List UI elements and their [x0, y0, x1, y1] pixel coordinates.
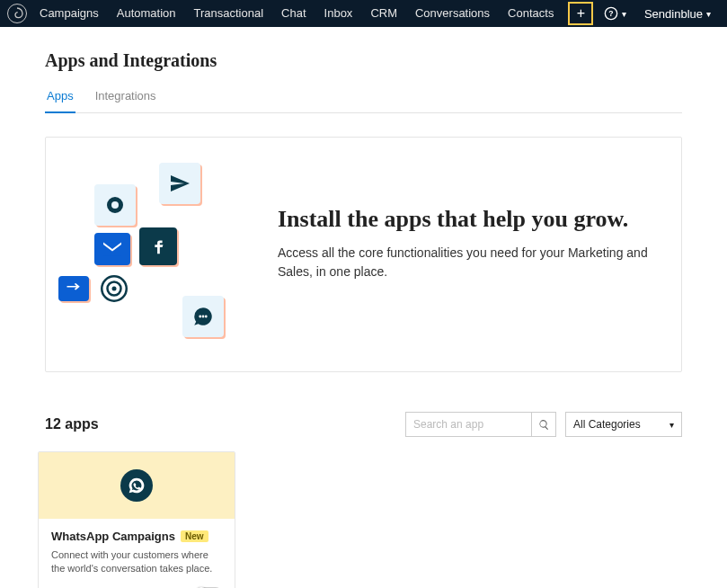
app-card-description: Connect with your customers where the wo…: [51, 548, 222, 576]
chevron-down-icon: ▾: [622, 9, 626, 19]
svg-point-7: [112, 287, 117, 291]
account-menu[interactable]: Sendinblue ▾: [635, 7, 720, 21]
account-label: Sendinblue: [644, 7, 703, 21]
help-icon: ?: [604, 6, 618, 21]
brand-logo[interactable]: [7, 4, 27, 23]
chevron-down-icon: ▾: [669, 420, 674, 430]
search-input[interactable]: [405, 412, 531, 437]
badge-new: New: [181, 530, 208, 542]
tab-apps[interactable]: Apps: [45, 84, 75, 113]
nav-transactional[interactable]: Transactional: [185, 0, 273, 27]
nav-conversations[interactable]: Conversations: [406, 0, 499, 27]
whatsapp-icon: [120, 469, 153, 502]
search-button[interactable]: [531, 412, 556, 437]
chevron-down-icon: ▾: [706, 9, 711, 19]
svg-point-3: [111, 201, 119, 209]
hero-subtitle: Access all the core functionalities you …: [278, 244, 651, 281]
swirl-icon: [10, 6, 24, 21]
app-card-whatsapp[interactable]: WhatsApp Campaigns New Connect with your…: [38, 451, 235, 588]
category-selected-label: All Categories: [573, 418, 641, 431]
svg-point-10: [205, 316, 208, 318]
help-menu[interactable]: ? ▾: [595, 6, 635, 21]
tab-bar: Apps Integrations: [45, 84, 682, 113]
hero-title: Install the apps that help you grow.: [278, 206, 651, 233]
svg-point-8: [199, 316, 201, 318]
svg-point-9: [202, 316, 205, 318]
add-button[interactable]: +: [568, 2, 593, 25]
nav-campaigns[interactable]: Campaigns: [31, 0, 108, 27]
top-navbar: Campaigns Automation Transactional Chat …: [0, 0, 727, 27]
hero-panel: Install the apps that help you grow. Acc…: [45, 137, 682, 372]
hero-illustration: [62, 161, 251, 341]
chat-bubble-icon: [191, 305, 215, 328]
mail-icon: [103, 242, 121, 256]
gear-icon: [104, 194, 126, 216]
nav-crm[interactable]: CRM: [361, 0, 406, 27]
paper-plane-icon: [169, 173, 191, 194]
nav-automation[interactable]: Automation: [108, 0, 185, 27]
arrows-icon: [66, 283, 82, 294]
category-select[interactable]: All Categories ▾: [565, 412, 682, 437]
app-card-banner: [39, 452, 235, 519]
nav-inbox[interactable]: Inbox: [315, 0, 362, 27]
svg-text:?: ?: [608, 9, 613, 18]
tab-integrations[interactable]: Integrations: [93, 84, 158, 112]
facebook-icon: [148, 236, 168, 256]
app-card-title: WhatsApp Campaigns: [51, 530, 175, 543]
apps-count-label: 12 apps: [45, 416, 99, 432]
nav-contacts[interactable]: Contacts: [499, 0, 563, 27]
nav-chat[interactable]: Chat: [272, 0, 315, 27]
search-icon: [538, 419, 550, 431]
page-title: Apps and Integrations: [45, 50, 682, 71]
target-icon: [101, 275, 128, 302]
